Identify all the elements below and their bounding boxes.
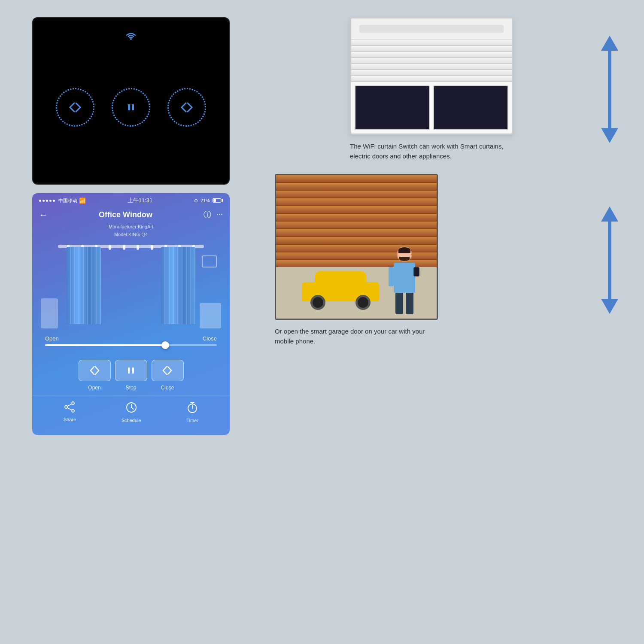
close-button[interactable] <box>152 360 184 381</box>
schedule-label: Schedule <box>122 418 141 423</box>
garage-arrow-down-icon <box>601 299 618 314</box>
shutter-slat <box>351 40 512 46</box>
garage-slat <box>276 198 437 206</box>
svg-point-7 <box>72 410 74 412</box>
back-button[interactable]: ← <box>39 210 48 220</box>
person-leg-right <box>406 293 413 314</box>
curtain-right <box>161 247 195 324</box>
window-title: Office Window <box>48 210 204 219</box>
control-buttons-row <box>56 88 206 127</box>
slider-thumb[interactable] <box>161 341 169 349</box>
garage-slat <box>276 183 437 191</box>
garage-arrow-up-icon <box>601 207 618 222</box>
action-btn-labels: Open Stop Close <box>32 385 230 391</box>
person-body <box>394 263 415 293</box>
garage-slat <box>276 206 437 214</box>
curtain-left <box>67 247 101 324</box>
shutter-slat <box>351 46 512 52</box>
open-btn-label: Open <box>79 385 111 391</box>
shutter-caption: The WiFi curtain Switch can work with Sm… <box>350 142 513 161</box>
shutter-frame <box>350 17 513 135</box>
status-left: 中国移动 📶 <box>39 197 86 204</box>
status-bar: 中国移动 📶 上午11:31 ⊙ 21% <box>32 193 230 208</box>
battery-icon <box>213 198 223 203</box>
timer-icon <box>186 401 198 416</box>
person-head <box>397 246 412 262</box>
wifi-icon <box>125 31 137 43</box>
shutter-slat <box>351 52 512 58</box>
panel-stop-button[interactable] <box>112 88 150 127</box>
furniture-table <box>200 303 221 328</box>
location-icon: ⊙ <box>194 198 198 204</box>
manufacturer-label: Manufacturer:KingArt <box>32 223 230 231</box>
model-label: Model:KING-Q4 <box>32 231 230 239</box>
stop-button[interactable] <box>115 360 147 381</box>
garage-arrows <box>601 207 618 314</box>
nav-timer[interactable]: Timer <box>186 401 198 423</box>
garage-illustration: Or open the smart garage door on your ca… <box>275 174 588 346</box>
more-button[interactable]: ··· <box>216 210 223 220</box>
car-wheel-left <box>310 295 325 310</box>
arrow-up-icon <box>601 36 618 51</box>
shutter-section: The WiFi curtain Switch can work with Sm… <box>275 17 618 161</box>
person-leg-left <box>395 293 403 314</box>
carrier-label: 中国移动 <box>58 197 77 204</box>
person-beard <box>399 257 410 261</box>
person <box>394 246 415 314</box>
nav-schedule[interactable]: Schedule <box>122 401 141 423</box>
person-phone <box>413 267 419 276</box>
action-buttons-row <box>32 353 230 385</box>
garage-frame <box>275 174 438 320</box>
close-label: Close <box>203 335 217 342</box>
slider-fill <box>45 344 165 346</box>
curtain-slider[interactable] <box>45 344 217 346</box>
person-arm <box>389 267 394 286</box>
schedule-icon <box>125 401 137 416</box>
battery-percent: 21% <box>200 198 210 203</box>
svg-line-8 <box>67 404 72 406</box>
svg-rect-4 <box>132 368 134 374</box>
nav-bar: ← Office Window ⓘ ··· <box>32 208 230 223</box>
panel-open-button[interactable] <box>56 88 94 127</box>
garage-slat <box>276 222 437 229</box>
bottom-nav: Share Schedule <box>32 395 230 426</box>
car <box>302 280 379 310</box>
svg-rect-1 <box>128 104 130 110</box>
share-icon <box>64 401 76 415</box>
garage-slat <box>276 229 437 237</box>
status-time: 上午11:31 <box>128 197 153 204</box>
slider-section: Open Close <box>32 328 230 353</box>
stop-btn-label: Stop <box>115 385 147 391</box>
svg-point-0 <box>130 38 132 40</box>
window-pane-right <box>433 85 508 130</box>
person-legs <box>395 293 413 314</box>
garage-slat <box>276 191 437 198</box>
furniture-plant <box>41 298 58 328</box>
switch-panel <box>32 17 230 185</box>
svg-point-6 <box>65 406 67 408</box>
car-wheel-right <box>355 295 371 310</box>
nav-share[interactable]: Share <box>64 401 76 423</box>
panel-close-button[interactable] <box>167 88 206 127</box>
shutter-slat <box>351 58 512 64</box>
svg-rect-3 <box>128 368 130 374</box>
open-label: Open <box>45 335 59 342</box>
shutter-slat <box>351 64 512 70</box>
wifi-signal-icon: 📶 <box>79 197 86 204</box>
nav-icons: ⓘ ··· <box>204 210 223 220</box>
timer-label: Timer <box>186 418 198 423</box>
open-button[interactable] <box>79 360 111 381</box>
picture-frame <box>202 255 217 267</box>
info-button[interactable]: ⓘ <box>204 210 211 220</box>
garage-slat <box>276 214 437 222</box>
shutter-header-bar <box>359 25 504 33</box>
right-column: The WiFi curtain Switch can work with Sm… <box>275 17 618 346</box>
signal-dots <box>39 200 55 202</box>
arrow-shaft <box>608 51 611 128</box>
shutter-slat <box>351 70 512 76</box>
person-hair <box>398 247 410 253</box>
garage-section: Or open the smart garage door on your ca… <box>275 174 618 346</box>
shutter-arrows <box>601 36 618 143</box>
left-column: 中国移动 📶 上午11:31 ⊙ 21% ← Office Window ⓘ ·… <box>32 17 230 435</box>
close-btn-label: Close <box>152 385 184 391</box>
